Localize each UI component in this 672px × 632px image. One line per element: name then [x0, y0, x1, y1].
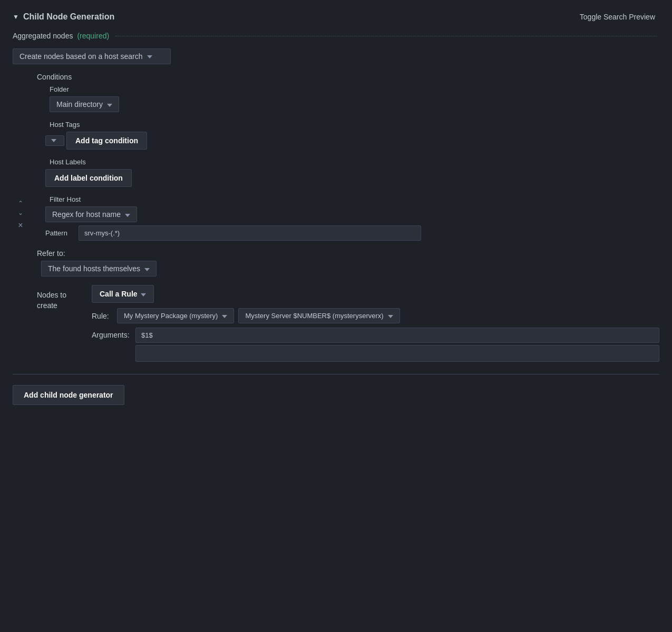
refer-to-dropdown[interactable]: The found hosts themselves [41, 261, 157, 276]
rule-field-label: Rule: [92, 312, 113, 320]
host-tags-label: Host Tags [50, 121, 659, 129]
aggregated-nodes-label: Aggregated nodes [13, 32, 73, 40]
rule-server-value: Mystery Server $NUMBER$ (mysteryserverx) [245, 312, 383, 320]
filter-host-label: Filter Host [50, 195, 659, 203]
regex-label: Regex for host name [52, 210, 121, 219]
pattern-label: Pattern [45, 229, 74, 237]
rule-package-arrow [222, 312, 227, 320]
refer-to-value: The found hosts themselves [48, 264, 140, 273]
folder-dropdown-arrow [107, 100, 112, 108]
rule-server-dropdown[interactable]: Mystery Server $NUMBER$ (mysteryserverx) [238, 308, 400, 323]
host-search-dropdown-arrow [147, 54, 152, 60]
arguments-textarea[interactable] [135, 345, 659, 362]
move-up-button[interactable]: ⌃ [17, 199, 24, 208]
delete-button[interactable]: × [17, 220, 24, 231]
refer-to-label: Refer to: [37, 249, 659, 258]
toggle-preview-button[interactable]: Toggle Search Preview [576, 11, 659, 23]
arguments-field-label: Arguments: [92, 328, 131, 339]
refer-to-dropdown-arrow [144, 264, 150, 273]
folder-dropdown[interactable]: Main directory [50, 96, 119, 112]
pattern-input[interactable] [79, 225, 421, 241]
conditions-label: Conditions [37, 73, 659, 81]
host-labels-label: Host Labels [50, 158, 659, 166]
required-label: (required) [77, 32, 109, 40]
rule-server-arrow [388, 312, 393, 320]
call-rule-button[interactable]: Call a Rule [92, 285, 154, 303]
call-rule-label: Call a Rule [100, 290, 138, 298]
rule-package-dropdown[interactable]: My Mystery Package (mystery) [117, 308, 234, 323]
tag-dropdown-arrow [51, 139, 56, 142]
folder-value: Main directory [56, 100, 103, 108]
section-title: Child Node Generation [23, 12, 114, 22]
tag-condition-dropdown[interactable] [45, 135, 64, 146]
nodes-to-create-label: Nodes to create [37, 285, 79, 311]
regex-dropdown-arrow [125, 210, 130, 219]
folder-label: Folder [50, 85, 659, 93]
add-label-condition-button[interactable]: Add label condition [45, 169, 132, 187]
collapse-icon[interactable]: ▼ [13, 13, 19, 21]
add-tag-condition-button[interactable]: Add tag condition [66, 132, 147, 150]
divider [13, 374, 659, 374]
regex-dropdown[interactable]: Regex for host name [45, 206, 137, 222]
dotted-separator [115, 36, 657, 36]
move-down-button[interactable]: ⌄ [17, 209, 24, 217]
host-search-dropdown[interactable]: Create nodes based on a host search [13, 48, 171, 64]
rule-package-value: My Mystery Package (mystery) [124, 312, 218, 320]
host-search-label: Create nodes based on a host search [20, 52, 143, 61]
call-rule-dropdown-arrow [141, 290, 146, 298]
add-child-node-generator-button[interactable]: Add child node generator [13, 385, 124, 405]
arguments-input[interactable] [135, 328, 659, 343]
